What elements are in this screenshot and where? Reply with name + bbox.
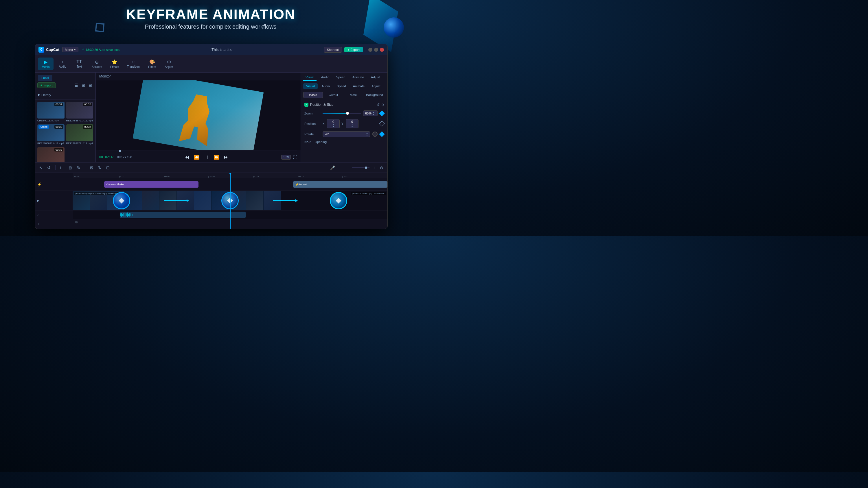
- audio-waveform: [120, 212, 246, 218]
- subtab-animate[interactable]: Animate: [350, 83, 368, 89]
- toolbar-media[interactable]: ▶ Media: [38, 58, 54, 70]
- robust-icon: ⚡: [296, 183, 299, 186]
- aspect-ratio-button[interactable]: 16:9: [281, 155, 291, 160]
- mic-button[interactable]: 🎤: [329, 165, 336, 170]
- add-track-icon[interactable]: +: [37, 222, 39, 226]
- autosave-check-icon: ✓: [82, 48, 85, 52]
- rotate-tl-button[interactable]: ↻: [97, 165, 103, 170]
- film-frame-11: [246, 191, 264, 210]
- zoom-up-spinner[interactable]: ▲: [373, 111, 375, 113]
- toolbar-effects[interactable]: ⭐ Effects: [107, 58, 122, 70]
- library-item[interactable]: ▶ Library: [38, 92, 93, 97]
- position-size-section-header[interactable]: ✓ Position & Size ↺ ◇: [301, 100, 388, 109]
- camera-shake-clip[interactable]: Camera Shake: [104, 181, 198, 188]
- toolbar-stickers[interactable]: ⊕ Stickers: [88, 58, 105, 70]
- zoom-label: Zoom: [304, 111, 320, 115]
- redo-button[interactable]: ↻: [76, 165, 82, 170]
- toolbar-filters[interactable]: 🎨 Filters: [144, 58, 160, 70]
- tab-visual-top[interactable]: Visual: [303, 74, 316, 80]
- btab-mask[interactable]: Mask: [344, 92, 363, 98]
- grid-view-button[interactable]: ⊞: [81, 83, 86, 88]
- video-track-label-area: ▶: [35, 191, 73, 210]
- diamond-icon[interactable]: ◇: [381, 103, 384, 107]
- list-item[interactable]: 00:32 material 01.mp4: [37, 147, 64, 162]
- split-button[interactable]: ⊢: [59, 165, 65, 170]
- thumb-duration-2: 00:32: [83, 103, 92, 106]
- fullscreen-button[interactable]: ⛶: [293, 155, 297, 160]
- play-pause-button[interactable]: ⏸: [203, 154, 210, 160]
- list-view-button[interactable]: ☰: [73, 83, 79, 88]
- media-thumb-4[interactable]: 00:32: [66, 124, 93, 141]
- zoom-slider-thumb[interactable]: [346, 112, 349, 115]
- audio-clip[interactable]: [120, 212, 246, 218]
- zoom-in-button[interactable]: +: [372, 165, 376, 170]
- tab-animate-top[interactable]: Animate: [350, 74, 366, 80]
- menu-button[interactable]: Menu ▾: [62, 47, 79, 52]
- position-keyframe-button[interactable]: [379, 121, 385, 127]
- rotate-keyframe-button[interactable]: [379, 131, 385, 137]
- tab-speed-top[interactable]: Speed: [334, 74, 348, 80]
- toolbar-transition[interactable]: ↔ Transition: [124, 58, 143, 70]
- cursor-tool-button[interactable]: ↖: [38, 165, 44, 170]
- list-item[interactable]: 00:32 CRST001334.mov: [37, 102, 64, 123]
- subtab-speed[interactable]: Speed: [334, 83, 349, 89]
- toolbar-text[interactable]: TT Text: [71, 58, 87, 70]
- add-track-area[interactable]: +: [35, 219, 73, 229]
- minimize-button[interactable]: —: [368, 48, 372, 52]
- position-y-input[interactable]: 0 ▲ ▼: [346, 119, 359, 128]
- media-thumb-1[interactable]: 00:32: [37, 102, 64, 119]
- logo-icon: C: [38, 47, 44, 53]
- position-x-input[interactable]: 0 ▲ ▼: [327, 119, 340, 128]
- zoom-keyframe-button[interactable]: [379, 110, 385, 116]
- media-thumb-2[interactable]: 00:32: [66, 102, 93, 119]
- trim-button[interactable]: ⊡: [105, 165, 111, 170]
- tab-audio-top[interactable]: Audio: [319, 74, 332, 80]
- reset-icon[interactable]: ↺: [377, 103, 380, 107]
- zoom-out-button[interactable]: —: [343, 165, 350, 170]
- subtab-adjust[interactable]: Adjust: [369, 83, 383, 89]
- add-bottom-area: ⊕: [73, 219, 388, 225]
- list-item[interactable]: Added 00:32 RE127838721412.mp4: [37, 124, 64, 145]
- subtab-audio[interactable]: Audio: [319, 83, 333, 89]
- export-button[interactable]: ↑ Export: [344, 47, 363, 52]
- btab-basic[interactable]: Basic: [303, 92, 323, 98]
- toolbar-adjust[interactable]: ⚙ Adjust: [161, 58, 177, 70]
- rotate-dial[interactable]: [372, 132, 378, 137]
- undo-button[interactable]: ↺: [46, 165, 52, 170]
- skip-start-button[interactable]: ⏮: [183, 154, 190, 160]
- maximize-button[interactable]: □: [374, 48, 378, 52]
- list-item[interactable]: 00:32 RE127838721412.mp4: [66, 124, 93, 145]
- zoom-down-spinner[interactable]: ▼: [373, 113, 375, 116]
- tab-adjust-top[interactable]: Adjust: [369, 74, 382, 80]
- crop-button[interactable]: ⊠: [89, 165, 95, 170]
- shortcut-button[interactable]: Shortcut: [324, 47, 342, 53]
- add-bottom-icon[interactable]: ⊕: [75, 220, 78, 224]
- timeline-scroll-area[interactable]: 00:00 |00:02 |00:04 |00:06 |00:08 |00:10…: [73, 173, 388, 229]
- delete-button[interactable]: 🗑: [67, 165, 73, 170]
- media-thumb-5[interactable]: 00:32: [37, 147, 64, 162]
- toolbar-audio[interactable]: ♪ Audio: [55, 58, 70, 70]
- close-button[interactable]: ×: [380, 48, 384, 52]
- import-button[interactable]: + Import: [37, 83, 56, 88]
- tl-zoom-thumb[interactable]: [365, 166, 367, 169]
- btab-background[interactable]: Background: [364, 92, 385, 98]
- tl-zoom-slider[interactable]: [352, 167, 370, 168]
- subtab-visual[interactable]: Visual: [303, 83, 318, 89]
- robust-clip[interactable]: ⚡ Robust: [293, 181, 388, 188]
- transition-icon: ↔: [131, 59, 136, 64]
- btab-cutout[interactable]: Cutout: [323, 92, 343, 98]
- position-label: Position: [304, 122, 320, 126]
- media-label: Media: [42, 65, 50, 68]
- zoom-slider[interactable]: [322, 113, 361, 114]
- skip-end-button[interactable]: ⏭: [223, 154, 230, 160]
- step-back-button[interactable]: ⏪: [193, 154, 201, 160]
- fit-button[interactable]: ⊙: [379, 165, 384, 170]
- list-item[interactable]: 00:32 RE127838721412.mp4: [66, 102, 93, 123]
- position-size-checkbox[interactable]: ✓: [304, 103, 308, 107]
- autosave-status: ✓ 18:30:29 Auto save local: [82, 48, 120, 52]
- media-thumb-3[interactable]: Added 00:32: [37, 124, 64, 141]
- thumb-duration-5: 00:32: [54, 148, 63, 152]
- tab-local[interactable]: Local: [38, 75, 52, 80]
- step-forward-button[interactable]: ⏩: [212, 154, 220, 160]
- large-grid-button[interactable]: ⊟: [87, 83, 93, 88]
